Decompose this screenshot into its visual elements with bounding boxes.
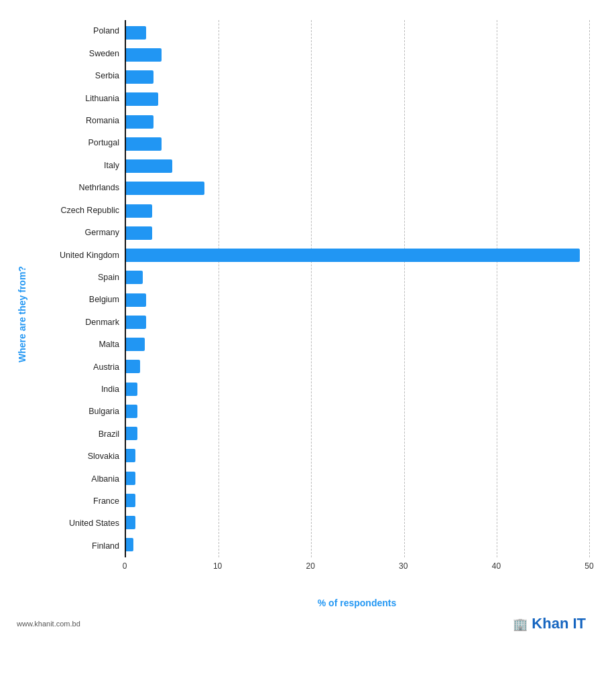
chart-inner: PolandSwedenSerbiaLithuaniaRomaniaPortug…: [27, 20, 589, 608]
country-label: Finland: [27, 542, 119, 551]
bar: [126, 360, 140, 373]
country-label: Belgium: [27, 295, 119, 304]
bar-row: [126, 489, 589, 511]
bars-container: [126, 20, 589, 557]
bar-row: [126, 155, 589, 178]
country-label: Romania: [27, 117, 119, 125]
bar-row: [126, 133, 589, 155]
country-label: Bulgaria: [27, 407, 119, 416]
bar-row: [126, 178, 589, 200]
bar-row: [126, 512, 589, 534]
bar: [126, 204, 152, 218]
bar: [126, 26, 146, 40]
footer-logo-text: Khan IT: [532, 615, 586, 632]
footer-url: www.khanit.com.bd: [17, 620, 80, 628]
footer: www.khanit.com.bd 🏢 Khan IT: [13, 615, 589, 632]
bar: [126, 316, 146, 329]
country-label: Slovakia: [27, 452, 119, 461]
bar: [126, 159, 172, 173]
y-axis-label: Where are they from?: [13, 20, 27, 608]
country-label: France: [27, 497, 119, 506]
bar: [126, 449, 135, 462]
country-label: United Kingdom: [27, 251, 119, 260]
x-tick: 0: [123, 561, 127, 571]
x-axis-label: % of respondents: [125, 598, 589, 608]
x-tick: 10: [213, 561, 222, 571]
country-label: United States: [27, 519, 119, 528]
bar-row: [126, 334, 589, 356]
bar: [126, 494, 135, 507]
bar-row: [126, 200, 589, 222]
x-axis-ticks: 01020304050: [125, 557, 589, 579]
country-label: Poland: [27, 27, 119, 36]
country-label: Czech Republic: [27, 206, 119, 215]
bar: [126, 472, 135, 485]
bar: [126, 226, 152, 240]
bar: [126, 516, 135, 529]
country-label: Serbia: [27, 72, 119, 80]
bar-row: [126, 267, 589, 289]
bar-row: [126, 245, 589, 267]
bar: [126, 271, 143, 284]
bar: [126, 383, 137, 396]
bar: [126, 92, 158, 106]
country-label: Italy: [27, 161, 119, 170]
bar-row: [126, 21, 589, 44]
country-label: Portugal: [27, 139, 119, 147]
country-labels: PolandSwedenSerbiaLithuaniaRomaniaPortug…: [27, 20, 125, 557]
bar-row: [126, 44, 589, 66]
bar: [126, 538, 133, 551]
bar-row: [126, 311, 589, 333]
country-label: Lithuania: [27, 94, 119, 103]
chart-area: Where are they from? PolandSwedenSerbiaL…: [13, 20, 589, 608]
bar-row: [126, 534, 589, 556]
country-label: India: [27, 385, 119, 394]
bar: [126, 182, 204, 195]
footer-logo-icon: 🏢: [513, 618, 528, 631]
bar: [126, 338, 145, 351]
bar-row: [126, 378, 589, 400]
bars-grid: [125, 20, 589, 557]
bar: [126, 249, 580, 262]
x-tick: 40: [492, 561, 501, 571]
country-label: Spain: [27, 273, 119, 282]
chart-container: Where are they from? PolandSwedenSerbiaL…: [0, 0, 616, 686]
bars-and-grid: PolandSwedenSerbiaLithuaniaRomaniaPortug…: [27, 20, 589, 557]
bar: [126, 293, 146, 307]
bar-row: [126, 423, 589, 445]
x-tick: 50: [584, 561, 593, 571]
x-tick: 20: [306, 561, 315, 571]
bar-row: [126, 356, 589, 378]
country-label: Austria: [27, 363, 119, 372]
bar-row: [126, 222, 589, 244]
country-label: Denmark: [27, 318, 119, 327]
country-label: Germany: [27, 228, 119, 237]
bar-row: [126, 66, 589, 88]
bar: [126, 115, 153, 129]
bar: [126, 405, 137, 418]
country-label: Sweden: [27, 50, 119, 58]
bar-row: [126, 289, 589, 311]
bar-row: [126, 88, 589, 111]
country-label: Nethrlands: [27, 184, 119, 192]
bar-row: [126, 111, 589, 133]
bar-row: [126, 445, 589, 467]
grid-line: [589, 20, 590, 557]
footer-logo: 🏢 Khan IT: [513, 615, 586, 632]
x-tick: 30: [399, 561, 408, 571]
bar-row: [126, 400, 589, 422]
bar: [126, 70, 153, 84]
bar: [126, 137, 162, 151]
bar: [126, 427, 137, 440]
bar: [126, 48, 162, 62]
country-label: Brazil: [27, 430, 119, 439]
country-label: Malta: [27, 340, 119, 349]
country-label: Albania: [27, 475, 119, 484]
bar-row: [126, 467, 589, 489]
